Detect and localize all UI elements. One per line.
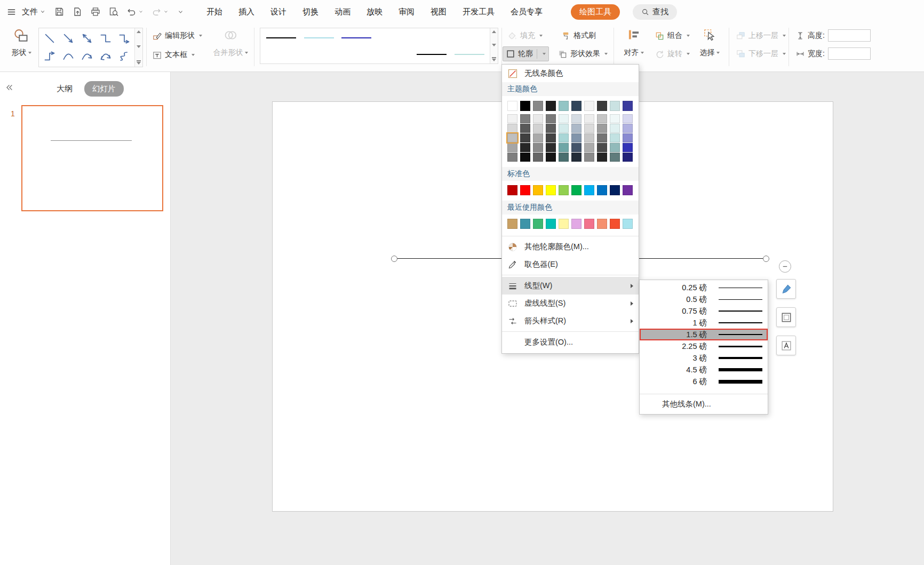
theme-color-swatch[interactable] [520,101,530,111]
more-outline-colors-option[interactable]: 其他轮廓颜色(M)... [502,238,639,256]
theme-color-swatch[interactable] [623,124,633,133]
style-brush-button[interactable] [776,279,796,299]
line-style-preset[interactable] [300,29,338,46]
theme-color-swatch[interactable] [584,101,594,111]
tab-slides[interactable]: 幻灯片 [84,81,124,97]
shape-curve-arrow[interactable] [81,50,93,63]
theme-color-swatch[interactable] [610,114,620,123]
arrow-style-option[interactable]: 箭头样式(R) [502,312,639,330]
scroll-up-icon[interactable] [137,30,141,33]
color-swatch[interactable] [623,219,633,229]
theme-color-swatch[interactable] [533,133,543,142]
color-swatch[interactable] [571,219,582,229]
no-line-color-option[interactable]: 无线条颜色 [502,65,639,82]
theme-color-swatch[interactable] [584,114,594,123]
file-menu[interactable]: 文件 [22,7,38,17]
color-swatch[interactable] [559,219,569,229]
color-swatch[interactable] [520,185,530,195]
color-swatch[interactable] [507,185,517,195]
theme-color-swatch[interactable] [520,153,530,162]
line-weight-option[interactable]: 3 磅 [640,352,768,364]
shape-gallery-scroll[interactable] [134,28,142,67]
shape-curve-double-arrow[interactable] [99,50,112,63]
format-painter-button[interactable]: 格式刷 [558,28,599,43]
color-swatch[interactable] [559,185,569,195]
file-caret-icon[interactable] [39,8,46,15]
color-swatch[interactable] [520,219,530,229]
scroll-up-icon[interactable] [492,30,496,33]
line-weight-option[interactable]: 6 磅 [640,376,768,387]
shape-diag-arrow[interactable] [62,32,75,45]
theme-color-swatch[interactable] [559,143,569,152]
theme-color-swatch[interactable] [571,101,582,111]
theme-color-swatch[interactable] [507,101,517,111]
print-icon[interactable] [90,6,101,17]
color-swatch[interactable] [597,219,607,229]
color-swatch[interactable] [584,185,594,195]
theme-color-swatch[interactable] [546,143,556,152]
color-swatch[interactable] [623,185,633,195]
theme-color-swatch[interactable] [623,114,633,123]
caret-down-icon[interactable] [543,53,546,55]
theme-color-swatch[interactable] [597,114,607,123]
theme-color-swatch[interactable] [597,153,607,162]
theme-color-swatch[interactable] [610,101,620,111]
line-style-option[interactable]: 线型(W) [502,277,639,295]
tab-动画[interactable]: 动画 [326,7,359,17]
placeholder-format-button[interactable] [776,307,796,327]
collapse-float-toolbar-button[interactable] [779,260,791,273]
theme-color-swatch[interactable] [623,153,633,162]
edit-shape-button[interactable]: 编辑形状 [149,28,205,43]
outline-button[interactable]: 轮廓 [503,46,549,61]
theme-color-swatch[interactable] [559,114,569,123]
tab-开始[interactable]: 开始 [198,7,230,17]
theme-color-swatch[interactable] [546,133,556,142]
shape-diag-double-arrow[interactable] [81,32,93,45]
theme-color-swatch[interactable] [559,101,569,111]
theme-color-swatch[interactable] [597,143,607,152]
theme-color-swatch[interactable] [597,101,607,111]
save-icon[interactable] [54,6,65,17]
tab-开发工具[interactable]: 开发工具 [455,7,503,17]
theme-color-swatch[interactable] [507,143,517,152]
search-button[interactable]: 查找 [633,4,677,20]
theme-color-swatch[interactable] [533,101,543,111]
redo-caret-icon[interactable] [163,9,169,15]
theme-color-swatch[interactable] [584,124,594,133]
color-swatch[interactable] [546,185,556,195]
shape-s-curve[interactable] [118,50,131,63]
slide-thumbnail[interactable] [21,105,163,211]
height-input[interactable] [828,29,871,42]
line-weight-option[interactable]: 1 磅 [640,317,768,329]
theme-color-swatch[interactable] [520,133,530,142]
tab-会员专享[interactable]: 会员专享 [503,7,551,17]
tab-放映[interactable]: 放映 [359,7,391,17]
theme-color-swatch[interactable] [571,153,582,162]
shape-effects-button[interactable]: 形状效果 [555,46,610,61]
scroll-down-icon[interactable] [137,45,141,48]
theme-color-swatch[interactable] [623,101,633,111]
theme-color-swatch[interactable] [559,133,569,142]
line-weight-option[interactable]: 2.25 磅 [640,340,768,352]
tab-审阅[interactable]: 审阅 [391,7,423,17]
line-handle-left[interactable] [391,256,397,262]
export-icon[interactable] [72,6,83,17]
more-lines-option[interactable]: 其他线条(M)... [640,394,768,414]
theme-color-swatch[interactable] [610,143,620,152]
tab-drawing-tools[interactable]: 绘图工具 [571,4,620,20]
color-swatch[interactable] [571,185,582,195]
more-settings-option[interactable]: 更多设置(O)... [502,333,639,351]
theme-color-swatch[interactable] [597,124,607,133]
scroll-down-icon[interactable] [492,44,496,46]
theme-color-swatch[interactable] [610,133,620,142]
shape-curve[interactable] [62,50,75,63]
tab-视图[interactable]: 视图 [423,7,455,17]
theme-color-swatch[interactable] [584,143,594,152]
width-input[interactable] [828,47,871,60]
tab-设计[interactable]: 设计 [262,7,294,17]
theme-color-swatch[interactable] [520,124,530,133]
color-swatch[interactable] [584,219,594,229]
align-button[interactable]: 对齐 [618,28,650,58]
shape-diag-line[interactable] [43,32,56,45]
eyedropper-option[interactable]: 取色器(E) [502,256,639,273]
